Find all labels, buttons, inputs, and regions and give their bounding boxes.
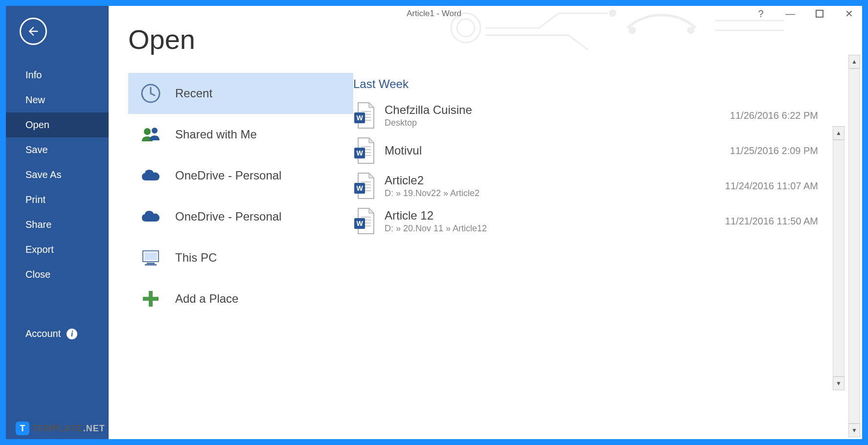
svg-point-2 bbox=[610, 10, 616, 16]
sidebar-item-export[interactable]: Export bbox=[6, 237, 109, 262]
word-backstage-window: Article1 - Word ? — ✕ InfoNewOpenSaveSav… bbox=[6, 6, 862, 439]
svg-point-4 bbox=[688, 27, 694, 33]
titlebar-decoration bbox=[441, 6, 784, 50]
backstage-sidebar: InfoNewOpenSaveSave AsPrintShareExportCl… bbox=[6, 6, 109, 439]
sidebar-item-new[interactable]: New bbox=[6, 88, 109, 112]
svg-rect-14 bbox=[143, 297, 159, 301]
place-recent[interactable]: Recent bbox=[128, 73, 353, 114]
inner-scrollbar[interactable]: ▲ ▼ bbox=[833, 126, 845, 390]
place-add-a-place[interactable]: Add a Place bbox=[128, 278, 353, 319]
recent-files-column: Last Week WChefzilla CuisineDesktop11/26… bbox=[353, 23, 862, 439]
svg-point-3 bbox=[629, 27, 635, 33]
file-path: D: » 19.Nov22 » Article2 bbox=[385, 188, 715, 199]
file-date: 11/26/2016 6:22 PM bbox=[730, 110, 818, 121]
file-name: Article 12 bbox=[385, 209, 715, 222]
file-date: 11/25/2016 2:09 PM bbox=[730, 145, 818, 156]
svg-point-7 bbox=[144, 128, 151, 135]
sidebar-item-open[interactable]: Open bbox=[6, 112, 109, 137]
sidebar-item-close[interactable]: Close bbox=[6, 262, 109, 287]
svg-text:W: W bbox=[356, 149, 363, 157]
page-title: Open bbox=[128, 23, 353, 55]
place-label: Add a Place bbox=[175, 292, 238, 306]
watermark-badge: T bbox=[16, 422, 29, 435]
word-document-icon: W bbox=[353, 137, 375, 164]
sidebar-item-info[interactable]: Info bbox=[6, 63, 109, 88]
recent-file-item[interactable]: WChefzilla CuisineDesktop11/26/2016 6:22… bbox=[353, 98, 838, 133]
watermark-text: TEMPLATE.NET bbox=[32, 423, 105, 434]
svg-rect-12 bbox=[145, 264, 157, 266]
word-document-icon: W bbox=[353, 102, 375, 129]
maximize-button[interactable] bbox=[812, 8, 827, 20]
scroll-down-icon[interactable]: ▼ bbox=[848, 423, 860, 437]
file-name: Chefzilla Cuisine bbox=[385, 103, 720, 117]
places-column: Open RecentShared with MeOneDrive - Pers… bbox=[128, 23, 353, 439]
svg-text:W: W bbox=[356, 184, 363, 192]
plus-icon bbox=[140, 288, 161, 310]
place-shared-with-me[interactable]: Shared with Me bbox=[128, 114, 353, 155]
file-date: 11/24/2016 11:07 AM bbox=[725, 180, 818, 192]
place-label: Recent bbox=[175, 87, 212, 100]
place-onedrive-personal[interactable]: OneDrive - Personal bbox=[128, 155, 353, 196]
cloud-icon bbox=[140, 206, 161, 227]
file-name: Motivul bbox=[385, 144, 720, 157]
svg-point-1 bbox=[457, 19, 475, 37]
help-button[interactable]: ? bbox=[754, 8, 768, 20]
place-onedrive-personal[interactable]: OneDrive - Personal bbox=[128, 196, 353, 237]
word-document-icon: W bbox=[353, 172, 375, 200]
svg-point-0 bbox=[451, 13, 480, 43]
outer-scrollbar[interactable]: ▲ ▼ bbox=[848, 55, 860, 437]
place-label: This PC bbox=[175, 251, 217, 265]
place-label: Shared with Me bbox=[175, 128, 257, 141]
word-document-icon: W bbox=[353, 207, 375, 235]
cloud-icon bbox=[140, 165, 161, 186]
main-content: Open RecentShared with MeOneDrive - Pers… bbox=[109, 6, 862, 439]
people-icon bbox=[140, 124, 161, 145]
file-path: D: » 20.Nov 11 » Article12 bbox=[385, 223, 715, 234]
account-label: Account bbox=[25, 328, 61, 339]
minimize-button[interactable]: — bbox=[783, 8, 798, 20]
svg-text:W: W bbox=[356, 114, 363, 122]
recent-file-item[interactable]: WArticle 12D: » 20.Nov 11 » Article1211/… bbox=[353, 203, 838, 239]
sidebar-item-save[interactable]: Save bbox=[6, 137, 109, 162]
titlebar-controls: ? — ✕ bbox=[754, 8, 856, 20]
svg-text:W: W bbox=[356, 220, 363, 227]
sidebar-item-print[interactable]: Print bbox=[6, 187, 109, 212]
recent-file-item[interactable]: WMotivul11/25/2016 2:09 PM bbox=[353, 133, 838, 168]
place-label: OneDrive - Personal bbox=[175, 169, 281, 182]
titlebar: Article1 - Word ? — ✕ bbox=[6, 6, 862, 22]
svg-rect-5 bbox=[816, 10, 823, 17]
svg-rect-10 bbox=[144, 252, 157, 260]
sidebar-item-account[interactable]: Account i bbox=[6, 321, 109, 346]
file-date: 11/21/2016 11:50 AM bbox=[725, 216, 818, 227]
back-button[interactable] bbox=[20, 18, 47, 45]
recent-file-item[interactable]: WArticle2D: » 19.Nov22 » Article211/24/2… bbox=[353, 168, 838, 203]
svg-point-8 bbox=[152, 128, 158, 134]
place-this-pc[interactable]: This PC bbox=[128, 237, 353, 278]
sidebar-item-share[interactable]: Share bbox=[6, 212, 109, 237]
file-path: Desktop bbox=[385, 118, 720, 128]
svg-rect-11 bbox=[147, 263, 155, 264]
close-button[interactable]: ✕ bbox=[842, 8, 856, 20]
files-section-header: Last Week bbox=[353, 77, 838, 91]
watermark: T TEMPLATE.NET bbox=[16, 422, 105, 435]
sidebar-item-save-as[interactable]: Save As bbox=[6, 162, 109, 187]
scroll-down-icon[interactable]: ▼ bbox=[833, 377, 845, 390]
scroll-up-icon[interactable]: ▲ bbox=[848, 55, 860, 68]
file-name: Article2 bbox=[385, 174, 715, 187]
scroll-up-icon[interactable]: ▲ bbox=[833, 126, 845, 140]
place-label: OneDrive - Personal bbox=[175, 210, 281, 223]
clock-icon bbox=[140, 83, 161, 104]
info-icon: i bbox=[67, 329, 77, 339]
computer-icon bbox=[140, 247, 161, 268]
